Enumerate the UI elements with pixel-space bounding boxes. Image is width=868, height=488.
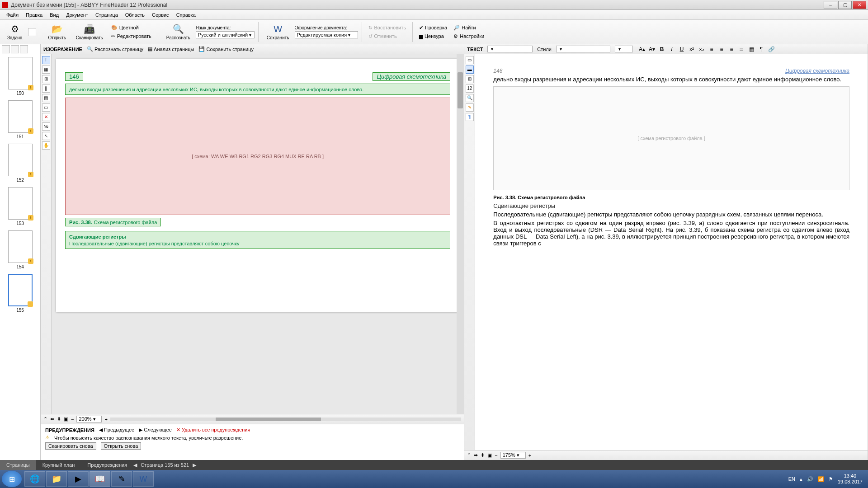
italic-button[interactable]: I [667,45,676,53]
next-warning-button[interactable]: ▶ Следующее [139,427,172,433]
thumbnail-154[interactable]: !154 [3,230,38,269]
recognize-button[interactable]: 🔍 Распознать [162,23,195,41]
language-dropdown[interactable]: Русский и английский ▾ [196,31,255,38]
menu-document[interactable]: Документ [62,12,92,18]
scan-again-button[interactable]: Сканировать снова [45,442,96,450]
text-tool-highlight[interactable]: ✎ [466,103,474,112]
text-tool-3[interactable]: ⊞ [466,75,474,83]
prev-warning-button[interactable]: ◀ Предыдущее [99,427,134,433]
text-document-area[interactable]: 146 Цифровая схемотехника дельно входы р… [475,54,868,450]
taskbar-finereader[interactable]: 📖 [90,471,110,487]
text-tool-4[interactable]: 12 [466,84,474,93]
taskbar-app1[interactable]: ✎ [111,471,132,487]
maximize-button[interactable]: ▢ [838,1,852,9]
subscript-button[interactable]: x₂ [697,45,706,53]
text-paragraph-1[interactable]: дельно входы разрешения и адресации неск… [493,76,849,83]
image-document-area[interactable]: 146 Цифровая схемотехника дельно входы р… [52,54,464,414]
page-next-button[interactable]: ▶ [193,462,196,468]
settings-button[interactable]: ⚙Настройки [451,33,487,40]
open-button[interactable]: 📂 Открыть [44,23,71,41]
text-block-2[interactable]: Сдвигающие регистры Последовательные (сд… [65,231,450,249]
image-zoom-dropdown[interactable]: 200% ▾ [76,416,102,422]
thumb-view-detail[interactable] [20,45,28,53]
format-dropdown[interactable]: Редактируемая копия ▾ [295,31,358,38]
menu-file[interactable]: Файл [3,12,22,18]
font-dropdown[interactable]: ▾ [487,46,533,52]
tab-warnings[interactable]: Предупреждения [81,460,133,470]
collapse-icon[interactable]: ⌃ [43,416,47,422]
delete-warnings-button[interactable]: ✕ Удалить все предупреждения [176,427,250,433]
text-paragraph-2[interactable]: Последовательные (сдвигающие) регистры п… [493,211,849,218]
text-tool-zoom[interactable]: 🔍 [466,94,474,102]
recognize-page-button[interactable]: 🔍Распознать страницу [87,46,143,52]
tool-hand[interactable]: ✋ [42,141,50,150]
undo-button[interactable]: ↺Отменить [366,33,409,40]
align-center-button[interactable]: ≡ [717,45,726,53]
text-paragraph-3[interactable]: В однотактных регистрах со сдвигом на од… [493,220,849,247]
thumbnail-152[interactable]: !152 [3,144,38,183]
taskbar-word[interactable]: W [133,471,154,487]
align-right-button[interactable]: ≡ [727,45,736,53]
bold-button[interactable]: B [657,45,666,53]
check-button[interactable]: ✔Проверка [416,24,450,32]
thumbnail-151[interactable]: !151 [3,100,38,139]
text-block-1[interactable]: дельно входы разрешения и адресации неск… [65,84,450,95]
image-h-scrollbar[interactable] [110,418,461,421]
thumbnail-153[interactable]: !153 [3,187,38,226]
tool-text-area[interactable]: T [42,56,50,64]
text-collapse-icon[interactable]: ⌃ [467,452,471,458]
zoom-in-button[interactable]: + [104,417,107,422]
close-button[interactable]: ✕ [853,1,866,9]
text-figure-caption[interactable]: Рис. 3.38. Схема регистрового файла [493,194,849,201]
link-button[interactable]: 🔗 [767,45,776,53]
menu-tools[interactable]: Сервис [148,12,173,18]
page-header-box[interactable]: Цифровая схемотехника [373,72,450,81]
text-zoom-dropdown[interactable]: 175% ▾ [500,452,526,459]
scan-button[interactable]: 📠 Сканировать [71,23,108,41]
thumb-view-grid[interactable] [2,45,10,53]
tray-network-icon[interactable]: 📶 [818,476,824,482]
thumbnails-list[interactable]: !150!151!152!153!154!155 [0,54,40,460]
text-fit-page-icon[interactable]: ⬍ [481,452,485,458]
save-button[interactable]: W Сохранить [262,23,294,41]
minimize-button[interactable]: – [824,1,837,9]
font-grow-button[interactable]: A▴ [637,45,646,53]
page-prev-button[interactable]: ◀ [133,462,137,468]
task-button[interactable]: ⚙ Задача [3,23,27,41]
align-left-button[interactable]: ≡ [707,45,716,53]
menu-edit[interactable]: Правка [22,12,46,18]
text-fit-width-icon[interactable]: ⬌ [474,452,478,458]
tool-bg-area[interactable]: ▤ [42,94,50,102]
tray-lang[interactable]: EN [788,476,795,482]
tray-clock[interactable]: 13:40 19.08.2017 [838,473,863,485]
save-page-button[interactable]: 💾Сохранить страницу [198,46,254,52]
tool-pointer[interactable]: ↖ [42,132,50,140]
analyze-page-button[interactable]: ▦Анализ страницы [148,46,194,52]
tool-select[interactable]: ▭ [42,103,50,112]
text-tool-2[interactable]: ▬ [466,66,474,74]
pilcrow-button[interactable]: ¶ [757,45,766,53]
align-justify-button[interactable]: ≣ [737,45,746,53]
restore-button[interactable]: ↻Восстановить [366,24,409,32]
image-block-diagram[interactable]: [ схема: WA WE WB RG1 RG2 RG3 RG4 MUX RE… [65,98,450,215]
tool-order[interactable]: № [42,122,50,131]
page-number-box[interactable]: 146 [65,72,83,81]
menu-help[interactable]: Справка [173,12,199,18]
start-button[interactable]: ⊞ [2,471,22,487]
tool-picture-area[interactable]: ▦ [42,66,50,74]
menu-page[interactable]: Страница [92,12,122,18]
text-zoom-in-button[interactable]: + [528,453,531,458]
text-fit-icon[interactable]: ▣ [487,452,492,458]
tray-up-icon[interactable]: ▴ [800,476,802,482]
font-shrink-button[interactable]: A▾ [647,45,656,53]
find-button[interactable]: 🔎Найти [451,24,487,32]
fit-width-icon[interactable]: ⬌ [50,416,54,422]
taskbar-explorer[interactable]: 📁 [46,471,67,487]
tab-closeup[interactable]: Крупный план [36,460,81,470]
menu-view[interactable]: Вид [46,12,62,18]
new-doc-button[interactable] [28,28,36,36]
text-tool-1[interactable]: ▭ [466,56,474,64]
fit-icon[interactable]: ▣ [64,416,68,422]
taskbar-chrome[interactable]: 🌐 [24,471,45,487]
menu-area[interactable]: Область [122,12,148,18]
